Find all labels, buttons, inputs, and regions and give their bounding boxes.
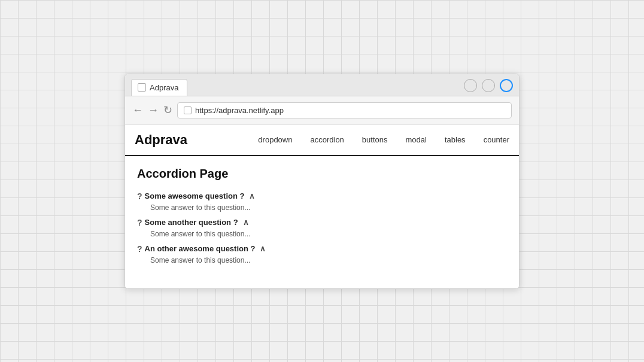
browser-window: Adprava ← → ↻ https://adprava.netlify.ap… bbox=[124, 74, 520, 289]
tab-bar: Adprava bbox=[125, 74, 519, 96]
win-btn-minimize[interactable] bbox=[464, 79, 477, 92]
site-logo[interactable]: Adprava bbox=[135, 132, 187, 148]
accordion-answer-2: Some answer to this question... bbox=[150, 256, 507, 264]
address-bar-row: ← → ↻ https://adprava.netlify.app bbox=[125, 96, 519, 125]
site-content: Adprava dropdown accordion buttons modal… bbox=[125, 125, 519, 288]
accordion-header-0[interactable]: ? Some awesome question ? ∧ bbox=[137, 191, 507, 201]
win-btn-close[interactable] bbox=[500, 79, 513, 92]
site-navbar: Adprava dropdown accordion buttons modal… bbox=[125, 125, 519, 156]
nav-link-modal[interactable]: modal bbox=[406, 135, 427, 144]
question-icon-0: ? bbox=[137, 191, 142, 201]
reload-button[interactable]: ↻ bbox=[163, 104, 172, 117]
window-controls bbox=[464, 79, 513, 96]
accordion-answer-1: Some answer to this question... bbox=[150, 230, 507, 238]
accordion-item-0: ? Some awesome question ? ∧ Some answer … bbox=[137, 191, 507, 212]
tab-icon bbox=[138, 83, 146, 92]
address-text: https://adprava.netlify.app bbox=[195, 106, 284, 115]
address-icon bbox=[184, 107, 192, 114]
address-bar[interactable]: https://adprava.netlify.app bbox=[177, 102, 512, 118]
accordion-question-2: An other awesome question ? bbox=[145, 244, 256, 253]
accordion-question-1: Some another question ? bbox=[145, 218, 238, 227]
nav-link-dropdown[interactable]: dropdown bbox=[258, 135, 292, 144]
tab-label: Adprava bbox=[150, 83, 178, 92]
nav-link-tables[interactable]: tables bbox=[445, 135, 466, 144]
accordion-header-2[interactable]: ? An other awesome question ? ∧ bbox=[137, 244, 507, 254]
question-icon-2: ? bbox=[137, 244, 142, 254]
forward-button[interactable]: → bbox=[148, 104, 159, 117]
nav-link-buttons[interactable]: buttons bbox=[362, 135, 388, 144]
back-button[interactable]: ← bbox=[132, 104, 143, 117]
win-btn-maximize[interactable] bbox=[482, 79, 495, 92]
accordion-header-1[interactable]: ? Some another question ? ∧ bbox=[137, 218, 507, 227]
site-main: Accordion Page ? Some awesome question ?… bbox=[125, 156, 519, 288]
accordion-toggle-0[interactable]: ∧ bbox=[249, 191, 255, 200]
accordion-answer-0: Some answer to this question... bbox=[150, 203, 507, 212]
accordion-item-1: ? Some another question ? ∧ Some answer … bbox=[137, 218, 507, 238]
question-icon-1: ? bbox=[137, 218, 142, 227]
page-title: Accordion Page bbox=[137, 167, 507, 181]
nav-link-counter[interactable]: counter bbox=[484, 135, 509, 144]
accordion-toggle-1[interactable]: ∧ bbox=[243, 218, 249, 227]
accordion-question-0: Some awesome question ? bbox=[145, 191, 245, 200]
browser-tab[interactable]: Adprava bbox=[131, 79, 187, 96]
accordion-item-2: ? An other awesome question ? ∧ Some ans… bbox=[137, 244, 507, 264]
accordion-toggle-2[interactable]: ∧ bbox=[260, 244, 266, 253]
nav-link-accordion[interactable]: accordion bbox=[310, 135, 344, 144]
